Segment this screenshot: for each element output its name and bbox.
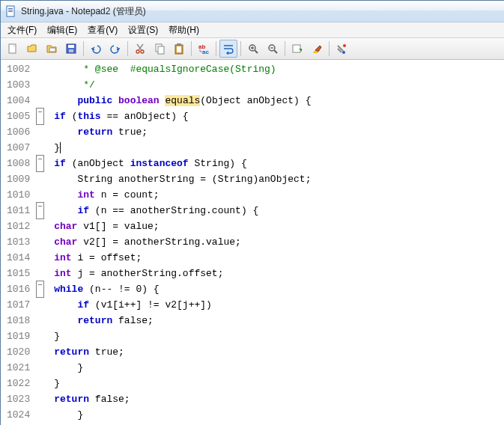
new-icon — [7, 43, 19, 55]
highlight-icon — [311, 43, 323, 55]
toolbar-separator — [216, 41, 216, 56]
code-line[interactable]: } — [54, 407, 504, 423]
code-line[interactable]: String anotherString = (String)anObject; — [54, 171, 504, 187]
code-line[interactable]: int i = offset; — [54, 250, 504, 266]
fold-toggle-icon[interactable] — [36, 202, 44, 219]
code-line[interactable]: if (v1[i++] != v2[j++]) — [54, 297, 504, 313]
toolbar-separator — [285, 41, 285, 56]
undo-icon — [90, 43, 102, 55]
run-button[interactable] — [288, 40, 306, 58]
menu-设置[interactable]: 设置(S) — [123, 22, 163, 38]
code-line[interactable]: int j = anotherString.offset; — [54, 266, 504, 281]
line-number: 1013 — [7, 234, 30, 250]
svg-rect-7 — [68, 45, 74, 48]
line-number: 1022 — [7, 376, 30, 391]
settings-button[interactable] — [333, 40, 350, 58]
titlebar[interactable]: String.java - Notepad2 (管理员) — [1, 1, 504, 22]
menu-文件[interactable]: 文件(F) — [2, 22, 42, 38]
new-button[interactable] — [4, 40, 22, 58]
copy-icon — [154, 43, 166, 55]
fold-cell — [34, 203, 45, 218]
fold-cell — [34, 171, 45, 187]
fold-cell — [34, 281, 45, 297]
fold-cell — [34, 108, 45, 124]
menu-帮助[interactable]: 帮助(H) — [163, 22, 204, 38]
code-line[interactable]: if (this == anObject) { — [54, 108, 504, 124]
code-area[interactable]: * @see #equalsIgnoreCase(String) */ publ… — [45, 60, 504, 425]
code-line[interactable]: */ — [54, 77, 504, 93]
highlight-button[interactable] — [308, 40, 326, 58]
fold-cell — [34, 313, 45, 328]
zoom-in-icon — [247, 43, 259, 55]
code-line[interactable]: return false; — [54, 391, 504, 407]
line-number: 1003 — [7, 77, 30, 93]
fold-cell — [34, 344, 45, 360]
code-line[interactable]: return false; — [54, 313, 504, 328]
explore-button[interactable] — [43, 40, 61, 58]
svg-text:ac: ac — [202, 49, 209, 55]
code-line[interactable]: while (n-- != 0) { — [54, 281, 504, 297]
code-line[interactable]: if (n == anotherString.count) { — [54, 203, 504, 218]
open-button[interactable] — [23, 40, 41, 58]
settings-icon — [336, 43, 347, 55]
toolbar-separator — [83, 41, 84, 56]
code-line[interactable]: } — [54, 376, 504, 391]
code-line[interactable]: } — [54, 140, 504, 156]
line-number: 1016 — [7, 281, 30, 297]
line-number: 1017 — [7, 297, 30, 313]
fold-cell — [34, 218, 45, 234]
toolbar-separator — [240, 41, 241, 56]
code-line[interactable]: return true; — [54, 124, 504, 140]
code-line[interactable]: char v2[] = anotherString.value; — [54, 234, 504, 250]
fold-cell — [34, 156, 45, 171]
line-number: 1019 — [7, 328, 30, 344]
fold-cell — [34, 234, 45, 250]
svg-point-10 — [141, 50, 144, 53]
code-line[interactable]: public boolean equals(Object anObject) { — [54, 93, 504, 108]
undo-button[interactable] — [87, 40, 105, 58]
fold-toggle-icon[interactable] — [36, 281, 44, 298]
line-number: 1018 — [7, 313, 30, 328]
line-number: 1009 — [7, 171, 30, 187]
line-number: 1011 — [7, 203, 30, 218]
wordwrap-button[interactable] — [219, 40, 237, 58]
fold-cell — [34, 297, 45, 313]
svg-point-21 — [343, 44, 346, 47]
code-line[interactable]: } — [54, 360, 504, 376]
code-line[interactable]: if (anObject instanceof String) { — [54, 156, 504, 171]
toolbar-separator — [191, 41, 192, 56]
code-line[interactable]: } — [54, 328, 504, 344]
line-number: 1002 — [7, 61, 30, 77]
line-number: 1012 — [7, 218, 30, 234]
run-icon — [291, 43, 303, 55]
zoom-out-button[interactable] — [264, 40, 282, 58]
svg-rect-14 — [177, 46, 181, 52]
fold-toggle-icon[interactable] — [36, 108, 44, 125]
fold-cell — [34, 266, 45, 281]
line-number: 1015 — [7, 266, 30, 281]
find-replace-button[interactable]: abac — [195, 40, 213, 58]
fold-cell — [34, 187, 45, 203]
fold-toggle-icon[interactable] — [36, 155, 44, 172]
cut-icon — [134, 43, 146, 55]
save-button[interactable] — [62, 40, 80, 58]
zoom-in-button[interactable] — [244, 40, 262, 58]
paste-button[interactable] — [170, 40, 188, 58]
code-line[interactable]: char v1[] = value; — [54, 218, 504, 234]
fold-cell — [34, 376, 45, 391]
menu-查看[interactable]: 查看(V) — [82, 22, 123, 38]
line-number: 1006 — [7, 124, 30, 140]
code-line[interactable]: * @see #equalsIgnoreCase(String) — [54, 61, 504, 77]
cut-button[interactable] — [131, 40, 149, 58]
line-numbers: 1002100310041005100610071008100910101011… — [1, 60, 34, 425]
code-line[interactable]: return true; — [54, 344, 504, 360]
code-line[interactable]: int n = count; — [54, 187, 504, 203]
menu-编辑[interactable]: 编辑(E) — [42, 22, 82, 38]
fold-cell — [34, 250, 45, 266]
fold-cell — [34, 328, 45, 344]
copy-button[interactable] — [151, 40, 168, 58]
svg-point-9 — [136, 50, 139, 53]
redo-button[interactable] — [106, 40, 124, 58]
save-icon — [65, 43, 77, 55]
line-number: 1024 — [7, 407, 30, 423]
